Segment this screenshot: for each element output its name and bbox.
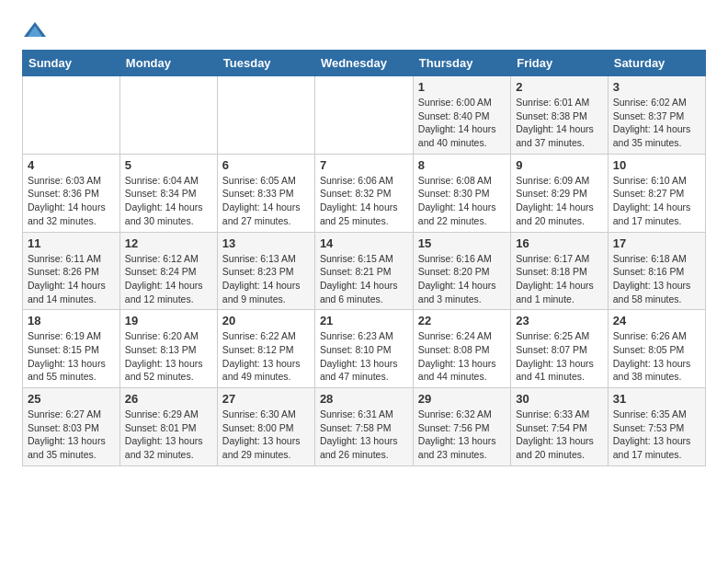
week-row-4: 25Sunrise: 6:27 AMSunset: 8:03 PMDayligh… — [23, 388, 706, 466]
day-number: 15 — [418, 236, 506, 250]
day-info: Sunrise: 6:20 AMSunset: 8:13 PMDaylight:… — [125, 329, 212, 384]
header-row: SundayMondayTuesdayWednesdayThursdayFrid… — [23, 51, 706, 76]
day-cell: 28Sunrise: 6:31 AMSunset: 7:58 PMDayligh… — [314, 388, 413, 466]
day-cell: 15Sunrise: 6:16 AMSunset: 8:20 PMDayligh… — [413, 232, 510, 310]
day-cell: 26Sunrise: 6:29 AMSunset: 8:01 PMDayligh… — [119, 388, 217, 466]
day-cell: 30Sunrise: 6:33 AMSunset: 7:54 PMDayligh… — [511, 388, 609, 466]
day-number: 9 — [516, 158, 603, 172]
day-info: Sunrise: 6:18 AMSunset: 8:16 PMDaylight:… — [613, 252, 700, 306]
day-number: 19 — [125, 314, 212, 327]
header-cell-sunday: Sunday — [23, 51, 120, 76]
header-cell-friday: Friday — [511, 51, 609, 76]
day-cell: 12Sunrise: 6:12 AMSunset: 8:24 PMDayligh… — [119, 232, 217, 310]
day-number: 4 — [28, 158, 115, 172]
day-cell: 25Sunrise: 6:27 AMSunset: 8:03 PMDayligh… — [23, 388, 120, 466]
day-info: Sunrise: 6:16 AMSunset: 8:20 PMDaylight:… — [418, 252, 506, 306]
day-number: 1 — [418, 80, 506, 94]
day-info: Sunrise: 6:22 AMSunset: 8:12 PMDaylight:… — [222, 329, 310, 384]
day-cell: 11Sunrise: 6:11 AMSunset: 8:26 PMDayligh… — [23, 232, 120, 310]
logo-icon — [22, 18, 48, 44]
day-number: 11 — [28, 236, 115, 250]
day-info: Sunrise: 6:31 AMSunset: 7:58 PMDaylight:… — [320, 408, 408, 462]
day-cell: 4Sunrise: 6:03 AMSunset: 8:36 PMDaylight… — [23, 154, 120, 232]
day-cell — [23, 76, 120, 155]
day-info: Sunrise: 6:15 AMSunset: 8:21 PMDaylight:… — [320, 252, 408, 306]
day-number: 6 — [222, 158, 310, 172]
calendar-header: SundayMondayTuesdayWednesdayThursdayFrid… — [23, 51, 706, 76]
header-cell-thursday: Thursday — [413, 51, 510, 76]
day-number: 26 — [125, 392, 212, 406]
day-info: Sunrise: 6:35 AMSunset: 7:53 PMDaylight:… — [613, 408, 700, 462]
day-cell: 6Sunrise: 6:05 AMSunset: 8:33 PMDaylight… — [217, 154, 314, 232]
day-number: 22 — [418, 314, 506, 327]
day-cell: 2Sunrise: 6:01 AMSunset: 8:38 PMDaylight… — [511, 76, 609, 155]
day-info: Sunrise: 6:19 AMSunset: 8:15 PMDaylight:… — [28, 329, 115, 384]
day-number: 25 — [28, 392, 115, 406]
day-cell — [314, 76, 413, 155]
day-cell: 1Sunrise: 6:00 AMSunset: 8:40 PMDaylight… — [413, 76, 510, 155]
day-number: 12 — [125, 236, 212, 250]
day-info: Sunrise: 6:33 AMSunset: 7:54 PMDaylight:… — [516, 408, 603, 462]
day-cell: 23Sunrise: 6:25 AMSunset: 8:07 PMDayligh… — [511, 310, 609, 388]
day-cell: 9Sunrise: 6:09 AMSunset: 8:29 PMDaylight… — [511, 154, 609, 232]
header — [22, 18, 706, 44]
day-info: Sunrise: 6:32 AMSunset: 7:56 PMDaylight:… — [418, 408, 506, 462]
day-number: 16 — [516, 236, 603, 250]
day-cell: 17Sunrise: 6:18 AMSunset: 8:16 PMDayligh… — [608, 232, 705, 310]
day-cell: 5Sunrise: 6:04 AMSunset: 8:34 PMDaylight… — [119, 154, 217, 232]
day-info: Sunrise: 6:09 AMSunset: 8:29 PMDaylight:… — [516, 174, 603, 228]
day-cell — [217, 76, 314, 155]
day-cell: 19Sunrise: 6:20 AMSunset: 8:13 PMDayligh… — [119, 310, 217, 388]
day-cell: 21Sunrise: 6:23 AMSunset: 8:10 PMDayligh… — [314, 310, 413, 388]
day-cell — [119, 76, 217, 155]
day-number: 7 — [320, 158, 408, 172]
day-cell: 16Sunrise: 6:17 AMSunset: 8:18 PMDayligh… — [511, 232, 609, 310]
day-number: 29 — [418, 392, 506, 406]
day-number: 20 — [222, 314, 310, 327]
day-number: 27 — [222, 392, 310, 406]
calendar-table: SundayMondayTuesdayWednesdayThursdayFrid… — [22, 50, 706, 466]
day-info: Sunrise: 6:08 AMSunset: 8:30 PMDaylight:… — [418, 174, 506, 228]
day-number: 28 — [320, 392, 408, 406]
day-number: 13 — [222, 236, 310, 250]
day-number: 2 — [516, 80, 603, 94]
day-info: Sunrise: 6:29 AMSunset: 8:01 PMDaylight:… — [125, 408, 212, 462]
day-cell: 8Sunrise: 6:08 AMSunset: 8:30 PMDaylight… — [413, 154, 510, 232]
day-cell: 22Sunrise: 6:24 AMSunset: 8:08 PMDayligh… — [413, 310, 510, 388]
day-info: Sunrise: 6:12 AMSunset: 8:24 PMDaylight:… — [125, 252, 212, 306]
day-number: 8 — [418, 158, 506, 172]
week-row-1: 4Sunrise: 6:03 AMSunset: 8:36 PMDaylight… — [23, 154, 706, 232]
day-info: Sunrise: 6:26 AMSunset: 8:05 PMDaylight:… — [613, 329, 700, 384]
day-number: 31 — [613, 392, 700, 406]
day-cell: 14Sunrise: 6:15 AMSunset: 8:21 PMDayligh… — [314, 232, 413, 310]
logo — [22, 18, 51, 44]
day-cell: 3Sunrise: 6:02 AMSunset: 8:37 PMDaylight… — [608, 76, 705, 155]
day-number: 10 — [613, 158, 700, 172]
day-number: 17 — [613, 236, 700, 250]
day-info: Sunrise: 6:05 AMSunset: 8:33 PMDaylight:… — [222, 174, 310, 228]
day-number: 5 — [125, 158, 212, 172]
day-info: Sunrise: 6:17 AMSunset: 8:18 PMDaylight:… — [516, 252, 603, 306]
day-number: 21 — [320, 314, 408, 327]
day-info: Sunrise: 6:02 AMSunset: 8:37 PMDaylight:… — [613, 96, 700, 150]
day-cell: 7Sunrise: 6:06 AMSunset: 8:32 PMDaylight… — [314, 154, 413, 232]
day-number: 30 — [516, 392, 603, 406]
day-cell: 20Sunrise: 6:22 AMSunset: 8:12 PMDayligh… — [217, 310, 314, 388]
day-info: Sunrise: 6:13 AMSunset: 8:23 PMDaylight:… — [222, 252, 310, 306]
week-row-3: 18Sunrise: 6:19 AMSunset: 8:15 PMDayligh… — [23, 310, 706, 388]
day-info: Sunrise: 6:03 AMSunset: 8:36 PMDaylight:… — [28, 174, 115, 228]
day-info: Sunrise: 6:00 AMSunset: 8:40 PMDaylight:… — [418, 96, 506, 150]
day-info: Sunrise: 6:06 AMSunset: 8:32 PMDaylight:… — [320, 174, 408, 228]
day-number: 3 — [613, 80, 700, 94]
day-info: Sunrise: 6:23 AMSunset: 8:10 PMDaylight:… — [320, 329, 408, 384]
header-cell-saturday: Saturday — [608, 51, 705, 76]
day-cell: 18Sunrise: 6:19 AMSunset: 8:15 PMDayligh… — [23, 310, 120, 388]
header-cell-wednesday: Wednesday — [314, 51, 413, 76]
day-info: Sunrise: 6:24 AMSunset: 8:08 PMDaylight:… — [418, 329, 506, 384]
header-cell-tuesday: Tuesday — [217, 51, 314, 76]
day-cell: 24Sunrise: 6:26 AMSunset: 8:05 PMDayligh… — [608, 310, 705, 388]
week-row-2: 11Sunrise: 6:11 AMSunset: 8:26 PMDayligh… — [23, 232, 706, 310]
day-info: Sunrise: 6:01 AMSunset: 8:38 PMDaylight:… — [516, 96, 603, 150]
day-cell: 27Sunrise: 6:30 AMSunset: 8:00 PMDayligh… — [217, 388, 314, 466]
day-cell: 10Sunrise: 6:10 AMSunset: 8:27 PMDayligh… — [608, 154, 705, 232]
